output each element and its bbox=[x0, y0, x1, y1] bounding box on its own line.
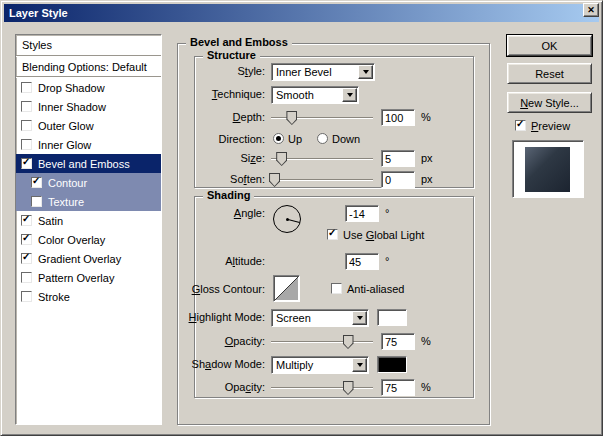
highlight-color-swatch[interactable] bbox=[377, 309, 407, 326]
reset-button-label: Reset bbox=[535, 68, 564, 80]
direction-up-radio[interactable] bbox=[273, 133, 284, 144]
texture-checkbox[interactable] bbox=[31, 196, 42, 207]
angle-input[interactable] bbox=[345, 205, 379, 222]
highlight-opacity-thumb[interactable] bbox=[343, 335, 354, 349]
highlight-opacity-slider[interactable] bbox=[271, 333, 373, 350]
drop-shadow-checkbox[interactable] bbox=[21, 82, 32, 93]
texture-label: Texture bbox=[48, 196, 84, 208]
depth-slider-thumb[interactable] bbox=[286, 111, 297, 125]
preview-thumbnail bbox=[525, 147, 570, 192]
soften-slider-thumb[interactable] bbox=[269, 173, 280, 187]
style-item-drop-shadow[interactable]: Drop Shadow bbox=[16, 78, 161, 97]
style-item-color-overlay[interactable]: ✓ Color Overlay bbox=[16, 230, 161, 249]
technique-label: Technique: bbox=[212, 86, 265, 103]
shadow-opacity-unit: % bbox=[421, 379, 431, 396]
highlight-mode-value: Screen bbox=[276, 312, 311, 324]
angle-dial[interactable] bbox=[273, 205, 301, 233]
shadow-opacity-label: Opacity: bbox=[225, 379, 265, 396]
stroke-checkbox[interactable] bbox=[21, 291, 32, 302]
slider-track bbox=[271, 387, 373, 389]
dropdown-arrow-button[interactable] bbox=[342, 88, 357, 102]
use-global-light-checkbox[interactable]: ✓ bbox=[327, 229, 338, 240]
size-input[interactable] bbox=[381, 150, 415, 167]
shadow-opacity-input[interactable] bbox=[381, 379, 415, 396]
size-slider-thumb[interactable] bbox=[276, 152, 287, 166]
structure-title: Structure bbox=[203, 49, 260, 61]
highlight-opacity-input[interactable] bbox=[381, 333, 415, 350]
ok-button-label: OK bbox=[542, 40, 558, 52]
style-item-contour[interactable]: ✓ Contour bbox=[16, 173, 161, 192]
style-item-satin[interactable]: ✓ Satin bbox=[16, 211, 161, 230]
angle-label: Angle: bbox=[234, 205, 265, 222]
direction-down-radio[interactable] bbox=[317, 133, 328, 144]
reset-button[interactable]: Reset bbox=[507, 63, 592, 84]
use-global-light-label: Use Global Light bbox=[343, 229, 424, 242]
altitude-input[interactable] bbox=[345, 253, 379, 270]
dropdown-arrow-button[interactable] bbox=[352, 311, 367, 325]
direction-down-label: Down bbox=[332, 133, 360, 146]
style-item-bevel-and-emboss[interactable]: ✓ Bevel and Emboss bbox=[16, 154, 161, 173]
dropdown-arrow-button[interactable] bbox=[358, 65, 373, 79]
preview-panel bbox=[512, 140, 584, 198]
bevel-emboss-panel: Bevel and Emboss Structure Style: Inner … bbox=[177, 43, 490, 425]
bevel-emboss-checkbox[interactable]: ✓ bbox=[21, 158, 32, 169]
check-icon: ✓ bbox=[22, 156, 30, 167]
inner-glow-checkbox[interactable] bbox=[21, 139, 32, 150]
dropdown-arrow-button[interactable] bbox=[352, 358, 367, 372]
soften-label: Soften: bbox=[230, 171, 265, 188]
new-style-button[interactable]: New Style... bbox=[507, 92, 592, 113]
style-item-texture[interactable]: Texture bbox=[16, 192, 161, 211]
check-icon: ✓ bbox=[328, 227, 336, 238]
gradient-overlay-checkbox[interactable]: ✓ bbox=[21, 253, 32, 264]
style-item-inner-glow[interactable]: Inner Glow bbox=[16, 135, 161, 154]
highlight-mode-dropdown[interactable]: Screen bbox=[271, 309, 369, 327]
style-label: Style: bbox=[237, 63, 265, 80]
angle-dial-dot bbox=[286, 218, 289, 221]
shadow-mode-label: Shadow Mode: bbox=[192, 356, 265, 373]
satin-checkbox[interactable]: ✓ bbox=[21, 215, 32, 226]
close-icon: ✕ bbox=[587, 6, 595, 15]
shadow-opacity-slider[interactable] bbox=[271, 379, 373, 396]
satin-label: Satin bbox=[38, 215, 63, 227]
depth-slider[interactable] bbox=[271, 109, 373, 126]
close-button[interactable]: ✕ bbox=[583, 3, 599, 17]
inner-glow-label: Inner Glow bbox=[38, 139, 91, 151]
soften-slider[interactable] bbox=[271, 171, 373, 188]
style-item-pattern-overlay[interactable]: Pattern Overlay bbox=[16, 268, 161, 287]
style-item-stroke[interactable]: Stroke bbox=[16, 287, 161, 306]
depth-label: Depth: bbox=[233, 109, 265, 126]
anti-aliased-label: Anti-aliased bbox=[347, 283, 404, 296]
contour-label: Contour bbox=[48, 177, 87, 189]
styles-header: Styles bbox=[16, 35, 161, 55]
bevel-style-value: Inner Bevel bbox=[276, 66, 332, 78]
soften-input[interactable] bbox=[381, 171, 415, 188]
color-overlay-checkbox[interactable]: ✓ bbox=[21, 234, 32, 245]
highlight-opacity-label: Opacity: bbox=[225, 333, 265, 350]
gloss-contour-picker[interactable] bbox=[273, 275, 300, 302]
shading-title: Shading bbox=[203, 189, 254, 201]
shadow-color-swatch[interactable] bbox=[377, 356, 407, 373]
pattern-overlay-checkbox[interactable] bbox=[21, 272, 32, 283]
soften-unit: px bbox=[421, 171, 433, 188]
ok-button[interactable]: OK bbox=[507, 35, 592, 56]
size-slider[interactable] bbox=[271, 150, 373, 167]
anti-aliased-checkbox[interactable] bbox=[331, 283, 342, 294]
inner-shadow-checkbox[interactable] bbox=[21, 101, 32, 112]
technique-dropdown[interactable]: Smooth bbox=[271, 86, 359, 104]
angle-dial-line bbox=[288, 219, 300, 223]
preview-checkbox[interactable]: ✓ bbox=[515, 120, 526, 131]
shadow-mode-dropdown[interactable]: Multiply bbox=[271, 356, 369, 374]
check-icon: ✓ bbox=[22, 232, 30, 243]
style-item-inner-shadow[interactable]: Inner Shadow bbox=[16, 97, 161, 116]
outer-glow-label: Outer Glow bbox=[38, 120, 94, 132]
bevel-style-dropdown[interactable]: Inner Bevel bbox=[271, 63, 375, 81]
style-item-gradient-overlay[interactable]: ✓ Gradient Overlay bbox=[16, 249, 161, 268]
style-item-outer-glow[interactable]: Outer Glow bbox=[16, 116, 161, 135]
outer-glow-checkbox[interactable] bbox=[21, 120, 32, 131]
blending-options-item[interactable]: Blending Options: Default bbox=[16, 57, 161, 76]
highlight-opacity-unit: % bbox=[421, 333, 431, 350]
shadow-opacity-thumb[interactable] bbox=[343, 381, 354, 395]
new-style-button-label: New Style... bbox=[520, 97, 579, 109]
contour-checkbox[interactable]: ✓ bbox=[31, 177, 42, 188]
depth-input[interactable] bbox=[381, 109, 415, 126]
